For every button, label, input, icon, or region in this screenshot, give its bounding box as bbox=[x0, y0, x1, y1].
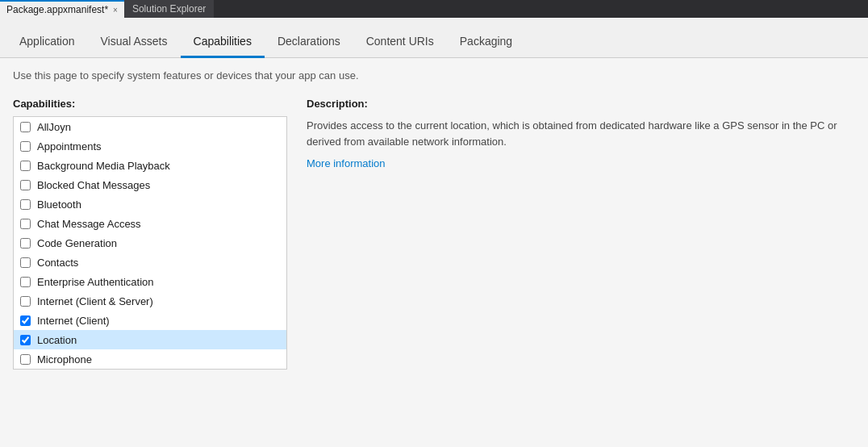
capability-item[interactable]: Code Generation bbox=[14, 233, 286, 253]
capability-item[interactable]: Location bbox=[14, 330, 286, 349]
title-bar: Package.appxmanifest* × Solution Explore… bbox=[0, 0, 868, 18]
nav-tab-capabilities[interactable]: Capabilities bbox=[181, 28, 265, 58]
inactive-tab-label: Solution Explorer bbox=[132, 3, 206, 15]
nav-tabs: ApplicationVisual AssetsCapabilitiesDecl… bbox=[0, 18, 868, 58]
capability-checkbox[interactable] bbox=[20, 219, 31, 229]
close-tab-icon[interactable]: × bbox=[113, 6, 118, 15]
nav-tab-content-uris[interactable]: Content URIs bbox=[353, 28, 447, 58]
inactive-file-tab[interactable]: Solution Explorer bbox=[124, 0, 214, 18]
nav-tab-application[interactable]: Application bbox=[6, 28, 88, 58]
right-panel: Description: Provides access to the curr… bbox=[287, 98, 855, 370]
capability-label: Enterprise Authentication bbox=[37, 276, 154, 288]
capability-label: Bluetooth bbox=[37, 198, 81, 211]
capability-item[interactable]: Internet (Client) bbox=[14, 311, 286, 330]
capability-item[interactable]: Blocked Chat Messages bbox=[14, 175, 286, 194]
capability-item[interactable]: Bluetooth bbox=[14, 194, 286, 214]
active-tab-label: Package.appxmanifest* bbox=[6, 4, 108, 15]
capability-checkbox[interactable] bbox=[20, 161, 31, 171]
capability-checkbox[interactable] bbox=[20, 296, 31, 307]
capability-checkbox[interactable] bbox=[20, 238, 31, 249]
capability-label: AllJoyn bbox=[37, 121, 71, 133]
nav-tab-visual-assets[interactable]: Visual Assets bbox=[88, 28, 181, 58]
nav-tab-packaging[interactable]: Packaging bbox=[447, 28, 525, 58]
capability-item[interactable]: Internet (Client & Server) bbox=[14, 291, 286, 311]
capability-checkbox[interactable] bbox=[20, 335, 31, 345]
capability-item[interactable]: Chat Message Access bbox=[14, 214, 286, 233]
capability-label: Contacts bbox=[37, 257, 78, 269]
capability-label: Chat Message Access bbox=[37, 218, 141, 230]
capability-checkbox[interactable] bbox=[20, 277, 31, 287]
capability-checkbox[interactable] bbox=[20, 199, 31, 210]
capability-item[interactable]: Background Media Playback bbox=[14, 156, 286, 175]
more-info-link[interactable]: More information bbox=[307, 157, 386, 169]
capability-label: Microphone bbox=[37, 353, 92, 366]
capability-item[interactable]: Contacts bbox=[14, 253, 286, 272]
description-text: Provides access to the current location,… bbox=[307, 118, 855, 149]
capability-item[interactable]: AllJoyn bbox=[14, 117, 286, 136]
left-panel: Capabilities: AllJoynAppointmentsBackgro… bbox=[13, 98, 287, 370]
capability-label: Appointments bbox=[37, 140, 102, 152]
page-content: Use this page to specify system features… bbox=[0, 58, 868, 447]
nav-tab-declarations[interactable]: Declarations bbox=[265, 28, 353, 58]
page-description: Use this page to specify system features… bbox=[13, 69, 855, 81]
capability-checkbox[interactable] bbox=[20, 141, 31, 152]
two-col-layout: Capabilities: AllJoynAppointmentsBackgro… bbox=[13, 98, 855, 370]
capabilities-heading: Capabilities: bbox=[13, 98, 287, 110]
capabilities-list: AllJoynAppointmentsBackground Media Play… bbox=[13, 116, 287, 370]
capability-checkbox[interactable] bbox=[20, 180, 31, 190]
capability-label: Location bbox=[37, 334, 77, 346]
capability-item[interactable]: Appointments bbox=[14, 136, 286, 156]
capability-label: Background Media Playback bbox=[37, 160, 170, 172]
capability-label: Internet (Client) bbox=[37, 315, 110, 327]
capability-checkbox[interactable] bbox=[20, 315, 31, 326]
capability-item[interactable]: Enterprise Authentication bbox=[14, 272, 286, 291]
capability-label: Code Generation bbox=[37, 237, 117, 249]
capability-checkbox[interactable] bbox=[20, 354, 31, 365]
capability-item[interactable]: Microphone bbox=[14, 349, 286, 369]
capability-checkbox[interactable] bbox=[20, 257, 31, 268]
capability-label: Blocked Chat Messages bbox=[37, 179, 150, 191]
capability-checkbox[interactable] bbox=[20, 122, 31, 132]
description-heading: Description: bbox=[307, 98, 855, 110]
capability-label: Internet (Client & Server) bbox=[37, 295, 153, 307]
active-file-tab[interactable]: Package.appxmanifest* × bbox=[0, 0, 124, 18]
